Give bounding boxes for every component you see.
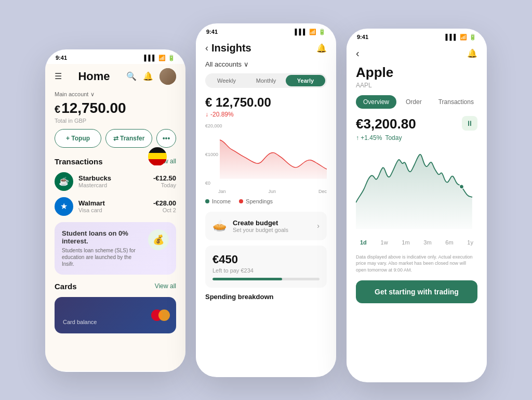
time-2: 9:41 <box>206 29 218 35</box>
promo-card: Student loans on 0% interest. Students l… <box>55 222 176 275</box>
budget-card[interactable]: 🥧 Create budget Set your budget goals › <box>205 212 327 240</box>
transactions-title: Transactions <box>55 157 103 166</box>
tab-overview[interactable]: Overview <box>356 95 396 109</box>
cta-button[interactable]: Get starting with trading <box>356 280 477 303</box>
belgium-flag <box>148 147 167 166</box>
time-3: 9:41 <box>357 34 368 40</box>
walmart-date: Oct 2 <box>153 207 176 213</box>
balance-value: 12,750.00 <box>61 100 126 117</box>
change-value: -20.89% <box>210 111 234 118</box>
stock-title-section: Apple AAPL <box>356 64 477 89</box>
cards-view-all[interactable]: View all <box>155 282 176 290</box>
walmart-sub: Visa card <box>78 207 148 213</box>
ltp-amount: €450 <box>212 253 320 266</box>
starbucks-icon: ☕ <box>55 172 73 191</box>
insights-chart: €20,000 €1000 €0 <box>205 123 327 186</box>
phone-stock: 9:41 ▌▌▌ 📶 🔋 ‹ 🔔 Apple AAPL Over <box>347 29 487 382</box>
stock-price: €3,200.80 <box>356 116 416 132</box>
change-arrow: ↓ <box>205 111 208 118</box>
tab-yearly[interactable]: Yearly <box>286 75 325 86</box>
budget-info: Create budget Set your budget goals <box>233 219 311 233</box>
promo-body: Students loan scheme (SLS) for education… <box>62 247 143 267</box>
account-label[interactable]: Main account ∨ <box>55 91 176 98</box>
insights-title: Insights <box>211 42 251 54</box>
x-label-dec: Dec <box>318 189 327 194</box>
battery-icon: 🔋 <box>168 55 175 61</box>
budget-title: Create budget <box>233 219 311 227</box>
bell-icon[interactable]: 🔔 <box>143 71 153 81</box>
chart-x-labels: Jan Jun Dec <box>205 189 327 194</box>
x-label-jan: Jan <box>218 189 226 194</box>
period-1d[interactable]: 1d <box>356 237 371 248</box>
change-sub-3: Today <box>385 134 402 141</box>
transaction-walmart-info: Walmart Visa card <box>78 199 148 213</box>
status-bar-2: 9:41 ▌▌▌ 📶 🔋 <box>196 23 336 38</box>
balance-amount: € 12,750.00 <box>55 100 176 117</box>
stock-tabs: Overview Order Transactions <box>356 95 477 109</box>
wifi-icon-2: 📶 <box>309 29 316 35</box>
status-icons-2: ▌▌▌ 📶 🔋 <box>295 29 326 35</box>
wifi-icon-3: 📶 <box>460 34 467 41</box>
change-arrow-3: ↑ +1.45% <box>356 134 382 141</box>
status-icons-1: ▌▌▌ 📶 🔋 <box>144 55 175 61</box>
transaction-walmart: ★ Walmart Visa card -€28.00 Oct 2 <box>55 197 176 216</box>
home-content: ☰ Home 🔍 🔔 Main account ∨ € 12,750. <box>45 64 185 371</box>
tab-weekly[interactable]: Weekly <box>207 75 246 86</box>
period-6m[interactable]: 6m <box>441 237 457 248</box>
menu-icon[interactable]: ☰ <box>55 71 62 81</box>
y-label-bot: €0 <box>205 180 222 186</box>
back-button[interactable]: ‹ Insights <box>205 42 251 54</box>
stock-info: Apple AAPL <box>356 64 393 89</box>
spendings-label: Spendings <box>246 198 273 204</box>
bell-icon-3[interactable]: 🔔 <box>467 48 477 58</box>
insights-content: ‹ Insights 🔔 All accounts ∨ Weekly Month… <box>196 38 336 376</box>
progress-bar <box>212 278 320 280</box>
starbucks-value: -€12.50 <box>153 174 176 182</box>
pause-icon[interactable]: ⏸ <box>462 116 477 131</box>
x-label-jun: Jun <box>268 189 276 194</box>
avatar[interactable] <box>159 68 176 85</box>
starbucks-name: Starbucks <box>78 174 148 182</box>
period-1w[interactable]: 1w <box>377 237 392 248</box>
phone-home: 9:41 ▌▌▌ 📶 🔋 ☰ Home 🔍 🔔 <box>45 49 185 372</box>
walmart-name: Walmart <box>78 199 148 207</box>
topup-button[interactable]: + Topup <box>55 129 101 148</box>
tab-order[interactable]: Order <box>398 95 429 109</box>
walmart-value: -€28.00 <box>153 199 176 207</box>
tab-monthly[interactable]: Monthly <box>246 75 286 86</box>
transaction-starbucks-info: Starbucks Mastercard <box>78 174 148 188</box>
credit-card[interactable]: Card balance <box>55 297 176 333</box>
more-button[interactable]: ••• <box>156 129 176 148</box>
walmart-icon: ★ <box>55 197 73 216</box>
budget-sub: Set your budget goals <box>233 227 311 233</box>
bell-icon-2[interactable]: 🔔 <box>316 43 327 53</box>
stock-content: ‹ 🔔 Apple AAPL Overview Order Transactio… <box>347 43 487 381</box>
progress-fill <box>212 278 282 280</box>
transfer-button[interactable]: ⇄ Transfer <box>105 129 152 148</box>
income-legend: Income <box>205 198 231 204</box>
back-button-3[interactable]: ‹ <box>356 47 360 59</box>
status-bar-1: 9:41 ▌▌▌ 📶 🔋 <box>45 49 185 64</box>
tab-transactions[interactable]: Transactions <box>431 95 481 109</box>
time-periods: 1d 1w 1m 3m 6m 1y <box>356 237 477 248</box>
accounts-dropdown[interactable]: All accounts ∨ <box>205 60 327 68</box>
y-label-top: €20,000 <box>205 123 222 128</box>
chart-y-labels: €20,000 €1000 €0 <box>205 123 222 186</box>
cards-section: Cards View all Card balance <box>55 282 176 333</box>
insights-balance: € 12,750.00 <box>205 95 327 110</box>
period-3m[interactable]: 3m <box>419 237 435 248</box>
promo-title: Student loans on 0% interest. <box>62 229 143 245</box>
income-dot <box>205 199 209 203</box>
signal-icon-2: ▌▌▌ <box>295 29 307 35</box>
period-1m[interactable]: 1m <box>397 237 414 248</box>
chart-legend: Income Spendings <box>205 198 327 204</box>
action-buttons: + Topup ⇄ Transfer ••• <box>55 129 176 148</box>
cards-title: Cards <box>55 282 77 291</box>
spendings-legend: Spendings <box>239 198 273 204</box>
phones-container: 9:41 ▌▌▌ 📶 🔋 ☰ Home 🔍 🔔 <box>45 18 487 382</box>
starbucks-amount: -€12.50 Today <box>153 174 176 188</box>
search-icon[interactable]: 🔍 <box>126 71 137 81</box>
dropdown-chevron: ∨ <box>244 60 249 68</box>
period-1y[interactable]: 1y <box>463 237 477 248</box>
budget-icon: 🥧 <box>212 219 227 233</box>
